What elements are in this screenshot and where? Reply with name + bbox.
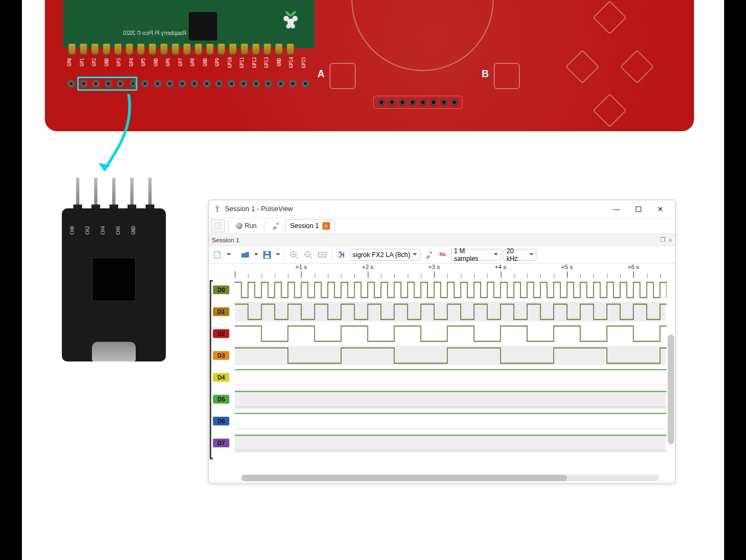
minimize-button[interactable]: —	[605, 201, 627, 217]
app-icon	[213, 205, 222, 213]
display-footprint-circle	[351, 0, 494, 71]
rp2040-chip	[189, 12, 217, 40]
vertical-scrollbar[interactable]	[668, 335, 674, 444]
castellated-pad	[126, 44, 133, 56]
settings-button[interactable]	[268, 219, 283, 232]
trace-row[interactable]	[235, 324, 666, 343]
open-button[interactable]	[239, 249, 251, 261]
channel-label[interactable]: D2	[213, 329, 229, 338]
castellated-pad	[68, 44, 76, 56]
horizontal-scrollbar[interactable]	[241, 475, 659, 481]
dropdown-icon[interactable]	[253, 252, 259, 258]
header-hole	[190, 80, 198, 88]
pulseview-window: Session 1 - PulseView — ✕ Run Session 1 …	[208, 200, 676, 484]
chevron-down-icon	[493, 252, 499, 258]
new-session-button[interactable]	[212, 249, 224, 261]
add-decoder-button[interactable]	[545, 249, 557, 261]
castellated-pad	[137, 44, 144, 56]
sample-count-select[interactable]: 1 M samples	[451, 249, 501, 261]
header-hole	[228, 80, 235, 88]
session-tab[interactable]: Session 1 ×	[285, 219, 335, 232]
logic-analyzer-module: CH0CH2CH4CH6GND	[62, 178, 166, 364]
tab-close-icon[interactable]: ×	[322, 222, 330, 230]
raspberry-pi-pico: Raspberry Pi Pico © 2020	[63, 0, 315, 48]
session-bar: Session 1 ❐ ×	[209, 234, 675, 246]
maximize-button[interactable]	[627, 201, 649, 217]
dropdown-icon[interactable]	[275, 252, 281, 258]
run-button[interactable]: Run	[232, 219, 261, 232]
ruler-label: +3 s	[429, 264, 440, 270]
castellated-pad	[206, 44, 213, 56]
channel-label[interactable]: D1	[213, 307, 229, 316]
channel-label[interactable]: D3	[213, 351, 229, 360]
button-a-footprint: A	[329, 63, 356, 89]
header-hole	[289, 80, 297, 88]
chevron-down-icon	[529, 252, 534, 258]
castellated-pad	[103, 44, 110, 56]
header-hole	[240, 80, 247, 88]
probe-icon: ✎	[437, 248, 449, 261]
gpio-label: GP12	[252, 57, 259, 68]
svg-point-2	[292, 16, 298, 21]
trace-row[interactable]	[235, 302, 666, 322]
la-channel-label: GND	[131, 226, 136, 235]
channels-button[interactable]	[336, 249, 348, 261]
header-hole	[166, 80, 174, 88]
dropdown-icon[interactable]	[226, 252, 232, 258]
gpio-label: GP15	[301, 57, 308, 68]
la-channel-label: CH4	[100, 226, 106, 235]
save-button[interactable]	[261, 249, 273, 261]
scrollbar-thumb[interactable]	[241, 475, 567, 481]
castellated-pad	[229, 44, 236, 56]
zoom-out-button[interactable]	[302, 249, 314, 261]
probe-button[interactable]: ✎	[437, 249, 449, 261]
zoom-in-button[interactable]	[288, 249, 300, 261]
castellated-pad	[80, 44, 87, 56]
trace-row[interactable]	[235, 389, 666, 409]
button-a-label: A	[317, 68, 325, 80]
dock-close-icon[interactable]: ×	[669, 237, 672, 243]
trace-viewport[interactable]: D0D1D2D3D4D5D6D7 +1 s+2 s+3 s+4 s+5 s+6 …	[209, 264, 675, 472]
trace-row[interactable]	[235, 411, 666, 431]
trace-row[interactable]	[235, 346, 666, 365]
trace-row[interactable]	[235, 280, 666, 300]
waveform	[235, 280, 667, 300]
gpio-label: GP5	[141, 57, 148, 68]
configure-device-button[interactable]	[423, 249, 435, 261]
zoom-fit-button[interactable]	[316, 249, 328, 261]
toolbar-primary: Run Session 1 ×	[209, 218, 675, 234]
stop-indicator[interactable]	[211, 219, 225, 232]
stage: Raspberry Pi Pico © 2020 GP0GP1GP2GNDGP3…	[22, 0, 724, 560]
gpio-label: GP11	[239, 57, 246, 68]
trace-row[interactable]	[235, 433, 666, 453]
wrench-icon	[425, 251, 432, 259]
waveform	[235, 411, 667, 431]
channel-label[interactable]: D5	[213, 395, 229, 404]
button-b-label: B	[482, 68, 489, 80]
sample-rate-select[interactable]: 20 kHz	[504, 249, 536, 261]
device-selector[interactable]: sigrok FX2 LA (8ch)	[350, 249, 420, 261]
tracks-area[interactable]: +1 s+2 s+3 s+4 s+5 s+6 s	[235, 264, 675, 472]
sample-count-label: 1 M samples	[454, 247, 491, 262]
gpio-label: GP9	[215, 57, 222, 68]
session-bar-label: Session 1	[212, 237, 240, 243]
titlebar[interactable]: Session 1 - PulseView — ✕	[209, 200, 675, 218]
castellated-pad	[195, 44, 202, 56]
dpad-up-footprint	[593, 1, 627, 34]
castellated-pad	[160, 44, 167, 56]
channel-label[interactable]: D7	[213, 439, 229, 447]
castellated-pad	[91, 44, 99, 56]
gpio-label: GP2	[91, 57, 99, 68]
waveform	[235, 389, 667, 409]
channel-label[interactable]: D4	[213, 373, 229, 382]
dock-detach-icon[interactable]: ❐	[660, 236, 666, 243]
time-ruler[interactable]: +1 s+2 s+3 s+4 s+5 s+6 s	[235, 264, 666, 278]
channel-label[interactable]: D0	[213, 285, 229, 294]
castellated-pad	[287, 44, 294, 56]
channel-label[interactable]: D6	[213, 417, 229, 425]
svg-rect-7	[636, 207, 641, 212]
trace-row[interactable]	[235, 368, 666, 387]
close-button[interactable]: ✕	[649, 201, 671, 217]
header-hole	[178, 80, 186, 88]
castellated-pad	[252, 44, 259, 56]
